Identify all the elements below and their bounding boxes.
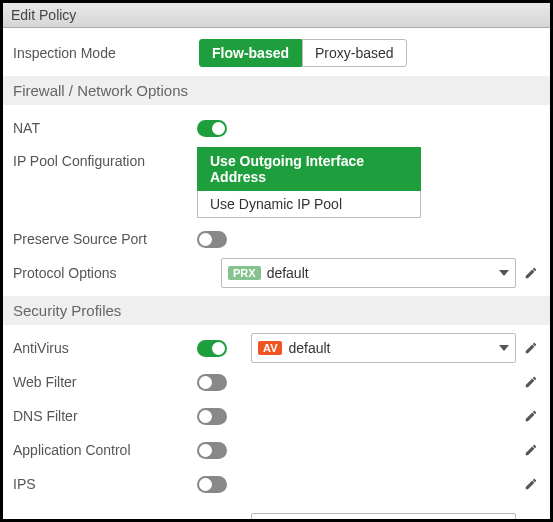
ips-toggle[interactable] (197, 476, 227, 493)
ip-pool-label: IP Pool Configuration (13, 147, 197, 173)
inspection-mode-segment: Flow-based Proxy-based (199, 39, 407, 67)
inspection-mode-label: Inspection Mode (13, 41, 197, 65)
preserve-src-label: Preserve Source Port (13, 227, 197, 251)
app-control-label: Application Control (13, 438, 197, 462)
edit-policy-panel: Edit Policy Inspection Mode Flow-based P… (0, 0, 553, 522)
antivirus-dropdown[interactable]: AV default (251, 333, 516, 363)
security-section-header: Security Profiles (3, 296, 550, 325)
web-filter-edit-icon[interactable] (524, 375, 538, 389)
web-filter-toggle[interactable] (197, 374, 227, 391)
ips-edit-icon[interactable] (524, 477, 538, 491)
panel-title: Edit Policy (3, 3, 550, 28)
app-control-edit-icon[interactable] (524, 443, 538, 457)
preserve-src-toggle[interactable] (197, 231, 227, 248)
protocol-options-value: default (267, 265, 499, 281)
app-control-toggle[interactable] (197, 442, 227, 459)
dns-filter-toggle[interactable] (197, 408, 227, 425)
firewall-section-header: Firewall / Network Options (3, 76, 550, 105)
prx-badge: PRX (228, 266, 261, 280)
protocol-options-edit-icon[interactable] (524, 266, 538, 280)
ssl-inspection-dropdown[interactable]: SSL deep-inspection (251, 513, 516, 522)
chevron-down-icon (499, 270, 509, 276)
web-filter-label: Web Filter (13, 370, 197, 394)
ips-label: IPS (13, 472, 197, 496)
antivirus-label: AntiVirus (13, 336, 197, 360)
ip-pool-dynamic-button[interactable]: Use Dynamic IP Pool (197, 191, 421, 218)
av-badge: AV (258, 341, 282, 355)
nat-label: NAT (13, 116, 197, 140)
protocol-options-dropdown[interactable]: PRX default (221, 258, 516, 288)
antivirus-edit-icon[interactable] (524, 341, 538, 355)
nat-toggle[interactable] (197, 120, 227, 137)
dns-filter-label: DNS Filter (13, 404, 197, 428)
antivirus-value: default (288, 340, 499, 356)
ip-pool-segment: Use Outgoing Interface Address Use Dynam… (197, 147, 421, 218)
antivirus-toggle[interactable] (197, 340, 227, 357)
chevron-down-icon (499, 345, 509, 351)
ip-pool-outgoing-button[interactable]: Use Outgoing Interface Address (197, 147, 421, 191)
ssl-inspection-label: SSL Inspection (13, 516, 197, 522)
inspection-proxy-button[interactable]: Proxy-based (302, 39, 407, 67)
dns-filter-edit-icon[interactable] (524, 409, 538, 423)
protocol-options-label: Protocol Options (13, 261, 197, 285)
inspection-flow-button[interactable]: Flow-based (199, 39, 302, 67)
